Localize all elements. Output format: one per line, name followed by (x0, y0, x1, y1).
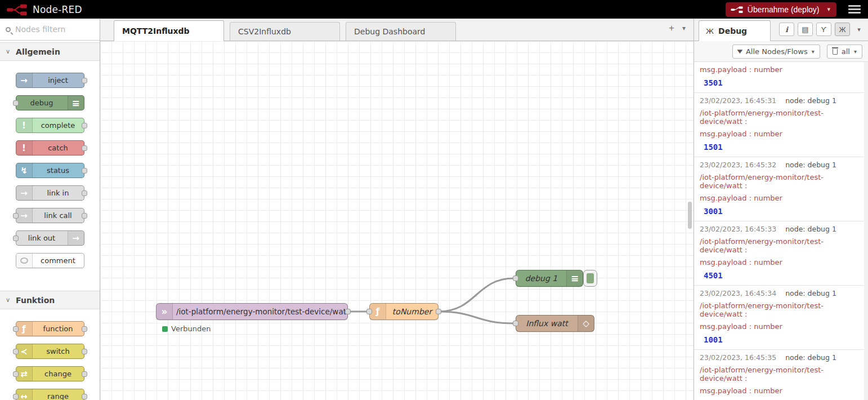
output-port[interactable] (82, 394, 87, 399)
chevron-down-icon: ∨ (6, 48, 10, 55)
main-menu-button[interactable] (847, 3, 862, 16)
palette-node-label: catch (33, 141, 84, 155)
tab-mqtt2influxdb[interactable]: MQTT2Influxdb (114, 20, 224, 41)
flow-node-toNumber[interactable]: ƒtoNumber (369, 303, 439, 320)
input-port[interactable] (13, 371, 19, 377)
deploy-button[interactable]: Übernahme (deploy) ▾ (726, 2, 836, 17)
deploy-options-caret-icon[interactable]: ▾ (827, 6, 830, 13)
output-port[interactable] (345, 309, 351, 314)
debug-message-meta: 23/02/2023, 16:45:31node: debug 1 (700, 96, 862, 105)
node-palette: ∨Allgemein→injectdebug≡!complete!catch↯s… (0, 19, 100, 400)
output-port[interactable] (82, 123, 87, 128)
palette-node-debug[interactable]: debug≡ (16, 95, 84, 110)
palette-search-input[interactable] (15, 25, 88, 34)
tab-debug-dashboard[interactable]: Debug Dashboard (346, 22, 456, 41)
bug-icon: Ж (706, 27, 714, 35)
debug-message[interactable]: msg.payload : number3501 (694, 62, 868, 93)
palette-node-switch[interactable]: ≺switch (16, 344, 84, 359)
input-port[interactable] (13, 394, 19, 399)
output-port[interactable] (82, 371, 87, 377)
palette-node-function[interactable]: ƒfunction (16, 321, 84, 336)
output-port[interactable] (436, 309, 441, 314)
sidebar: Ж Debug i ▤ ϒ Ж ▾ ▼ Alle Nodes/Flows ▾ (693, 19, 868, 400)
debug-filter-button[interactable]: ▼ Alle Nodes/Flows ▾ (732, 45, 820, 59)
palette-node-status[interactable]: ↯status (16, 163, 84, 178)
palette-node-label: link in (33, 186, 84, 200)
status-icon: ↯ (16, 163, 33, 177)
inject-icon: → (16, 73, 33, 87)
tab-label: Debug Dashboard (354, 27, 425, 36)
output-port[interactable] (82, 190, 87, 196)
debug-scrollbar[interactable] (864, 62, 868, 400)
input-port[interactable] (366, 309, 372, 314)
palette-search[interactable] (0, 19, 100, 41)
canvas-vertical-scrollbar[interactable] (688, 202, 692, 229)
palette-category-allgemein[interactable]: ∨Allgemein (0, 42, 100, 61)
input-port[interactable] (13, 349, 19, 354)
debug-topic: /iot-platform/energy-monitor/test-device… (700, 237, 862, 254)
influx-icon: ◇ (578, 315, 594, 331)
palette-list: ∨Allgemein→injectdebug≡!complete!catch↯s… (0, 42, 100, 400)
context-sidebar-button[interactable]: ϒ (816, 23, 831, 36)
tab-csv2influxdb[interactable]: CSV2Influxdb (230, 22, 340, 41)
output-port[interactable] (82, 213, 87, 219)
output-port[interactable] (82, 349, 87, 354)
output-port[interactable] (82, 168, 87, 174)
link-icon: → (68, 231, 84, 245)
flow-node-influx-watt[interactable]: Influx watt◇ (516, 315, 594, 332)
add-flow-button[interactable]: + (669, 23, 674, 33)
palette-node-link-call[interactable]: →link call (16, 208, 84, 223)
debug-timestamp: 23/02/2023, 16:45:31 (700, 96, 776, 105)
debug-message[interactable]: 23/02/2023, 16:45:31node: debug 1/iot-pl… (694, 93, 868, 157)
debug-payload-label: msg.payload : number (700, 322, 862, 331)
function-icon: ƒ (16, 322, 33, 336)
input-port[interactable] (513, 275, 518, 281)
debug-message[interactable]: 23/02/2023, 16:45:35node: debug 1/iot-pl… (694, 350, 868, 400)
palette-category-funktion[interactable]: ∨Funktion (0, 291, 100, 309)
debug-clear-button[interactable]: all ▾ (827, 45, 862, 59)
list-icon: ≡ (566, 270, 583, 286)
wire-toNumber-to-influx-watt[interactable] (439, 312, 514, 323)
deploy-icon (731, 6, 743, 14)
output-port[interactable] (82, 326, 87, 332)
flow-canvas[interactable]: »/iot-platform/energy-monitor/test-devic… (100, 41, 693, 400)
palette-node-link-in[interactable]: →link in (16, 185, 84, 201)
debug-source-node: node: debug 1 (785, 96, 836, 105)
debug-source-node: node: debug 1 (785, 161, 836, 169)
wire-layer (100, 41, 693, 400)
input-port[interactable] (513, 321, 518, 326)
palette-node-catch[interactable]: !catch (16, 140, 84, 155)
palette-node-range[interactable]: ↔range (16, 389, 84, 400)
debug-sidebar-button[interactable]: Ж (835, 23, 850, 36)
input-port[interactable] (13, 213, 19, 219)
palette-node-comment[interactable]: comment (16, 253, 84, 268)
flow-node-mqtt-in[interactable]: »/iot-platform/energy-monitor/test-devic… (156, 303, 348, 320)
debug-payload-label: msg.payload : number (700, 386, 862, 395)
debug-message-meta: 23/02/2023, 16:45:33node: debug 1 (700, 225, 862, 233)
hamburger-icon (848, 5, 861, 7)
debug-message[interactable]: 23/02/2023, 16:45:34node: debug 1/iot-pl… (694, 286, 868, 350)
debug-message[interactable]: 23/02/2023, 16:45:33node: debug 1/iot-pl… (694, 221, 868, 286)
debug-enable-toggle[interactable] (583, 270, 597, 287)
input-port[interactable] (13, 326, 19, 332)
output-port[interactable] (82, 145, 87, 151)
output-port[interactable] (82, 78, 87, 83)
sidebar-options-caret-icon[interactable]: ▾ (853, 23, 865, 36)
help-sidebar-button[interactable]: ▤ (798, 23, 813, 36)
input-port[interactable] (13, 235, 19, 241)
input-port[interactable] (13, 100, 19, 106)
debug-filter-label: Alle Nodes/Flows (746, 47, 808, 56)
tab-debug[interactable]: Ж Debug (699, 20, 771, 41)
debug-payload-value: 4501 (700, 271, 862, 280)
flow-list-caret-icon[interactable]: ▾ (682, 25, 686, 32)
range-icon: ↔ (16, 389, 33, 400)
palette-node-inject[interactable]: →inject (16, 73, 84, 88)
workspace: MQTT2InfluxdbCSV2InfluxdbDebug Dashboard… (100, 19, 693, 400)
wire-toNumber-to-debug-1[interactable] (439, 278, 514, 312)
debug-message[interactable]: 23/02/2023, 16:45:32node: debug 1/iot-pl… (694, 157, 868, 221)
info-sidebar-button[interactable]: i (779, 23, 794, 36)
palette-node-change[interactable]: ⇄change (16, 366, 84, 381)
palette-node-complete[interactable]: !complete (16, 118, 84, 133)
palette-node-link-out[interactable]: link out→ (16, 230, 84, 246)
flow-node-debug-1[interactable]: debug 1≡ (516, 270, 583, 287)
